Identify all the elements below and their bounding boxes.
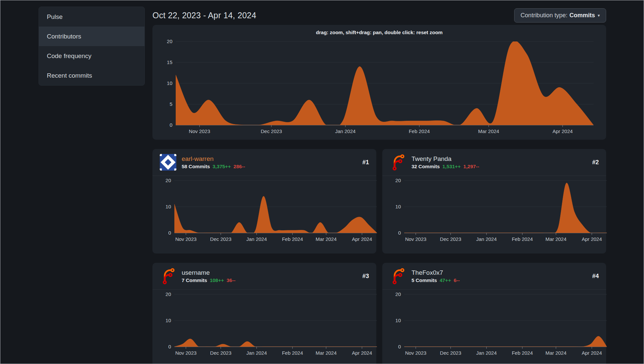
svg-text:Feb 2024: Feb 2024 [512,236,533,242]
contributor-activity-chart[interactable]: 01020Nov 2023Dec 2023Jan 2024Feb 2024Mar… [158,291,382,357]
svg-text:Dec 2023: Dec 2023 [210,236,231,242]
svg-text:Jan 2024: Jan 2024 [246,350,267,356]
avatar [160,154,176,171]
card-header: earl-warren 58 Commits 3,375++ 286-- #1 [152,149,376,176]
commit-count: 58 Commits [182,164,210,169]
svg-text:10: 10 [395,204,401,209]
date-range-title: Oct 22, 2023 - Apr 14, 2024 [152,11,256,20]
svg-text:Feb 2024: Feb 2024 [409,128,430,134]
caret-down-icon: ▾ [598,13,600,18]
contributor-stats: 7 Commits 108++ 36-- [182,277,235,283]
sidebar-item-recent-commits[interactable]: Recent commits [39,66,144,85]
rank-badge: #3 [362,273,369,280]
svg-text:0: 0 [398,230,401,236]
sidebar-item-label: Pulse [47,13,63,21]
svg-text:Feb 2024: Feb 2024 [282,236,303,242]
contribution-type-dropdown[interactable]: Contribution type: Commits ▾ [514,8,606,23]
contributor-activity-chart[interactable]: 01020Nov 2023Dec 2023Jan 2024Feb 2024Mar… [388,291,612,357]
sidebar-item-label: Code frequency [47,52,91,60]
contributor-card-thefox0x7: TheFox0x7 5 Commits 47++ 6-- #4 01020Nov… [382,263,606,364]
svg-text:Feb 2024: Feb 2024 [512,350,533,356]
svg-text:Jan 2024: Jan 2024 [476,236,497,242]
contributor-name-link[interactable]: Twenty Panda [412,155,479,163]
rank-badge: #2 [592,159,599,166]
contributor-card-earl-warren: earl-warren 58 Commits 3,375++ 286-- #1 … [152,149,376,254]
svg-text:0: 0 [168,344,171,349]
svg-text:10: 10 [167,80,172,86]
svg-text:Nov 2023: Nov 2023 [405,236,426,242]
sidebar-item-label: Recent commits [47,72,92,79]
deletions-count: 6-- [454,277,460,283]
svg-text:15: 15 [167,59,172,65]
contributor-activity-chart[interactable]: 01020Nov 2023Dec 2023Jan 2024Feb 2024Mar… [158,177,382,244]
sidebar-item-contributors[interactable]: Contributors [39,27,144,46]
svg-text:0: 0 [168,230,171,236]
svg-text:Mar 2024: Mar 2024 [478,128,499,134]
svg-text:10: 10 [395,318,401,323]
card-header: username 7 Commits 108++ 36-- #3 [152,263,376,290]
svg-text:Mar 2024: Mar 2024 [545,350,566,356]
commit-count: 32 Commits [412,164,440,169]
svg-text:Nov 2023: Nov 2023 [405,350,426,356]
contributor-stats: 58 Commits 3,375++ 286-- [182,164,245,169]
card-header: TheFox0x7 5 Commits 47++ 6-- #4 [382,263,606,290]
rank-badge: #4 [592,273,599,280]
avatar [390,154,406,171]
chart-zoom-hint: drag: zoom, shift+drag: pan, double clic… [160,30,599,38]
svg-text:Jan 2024: Jan 2024 [246,236,267,242]
svg-text:Nov 2023: Nov 2023 [175,236,197,242]
svg-text:Jan 2024: Jan 2024 [476,350,497,356]
svg-text:20: 20 [395,291,401,297]
commit-count: 5 Commits [412,277,437,283]
contributor-name-link[interactable]: username [182,269,235,276]
card-header: Twenty Panda 32 Commits 1,531++ 1,297-- … [382,149,606,176]
additions-count: 1,531++ [442,164,461,169]
svg-text:Dec 2023: Dec 2023 [210,350,231,356]
svg-text:Apr 2024: Apr 2024 [552,128,573,134]
contribution-type-value: Commits [569,12,595,19]
deletions-count: 286-- [233,164,245,169]
svg-text:Dec 2023: Dec 2023 [440,350,461,356]
svg-text:Feb 2024: Feb 2024 [282,350,303,356]
svg-text:0: 0 [398,344,401,349]
contributors-header: Oct 22, 2023 - Apr 14, 2024 Contribution… [152,8,606,23]
contribution-type-label: Contribution type: [520,12,567,19]
svg-text:Jan 2024: Jan 2024 [335,128,356,134]
deletions-count: 36-- [227,277,235,283]
sidebar-item-label: Contributors [47,33,81,40]
additions-count: 3,375++ [213,164,231,169]
svg-text:Apr 2024: Apr 2024 [352,350,372,356]
sidebar-item-code-frequency[interactable]: Code frequency [39,46,144,66]
svg-text:Apr 2024: Apr 2024 [582,350,602,356]
svg-text:10: 10 [165,204,171,209]
avatar [390,268,406,284]
rank-badge: #1 [362,159,369,166]
contributor-name-link[interactable]: earl-warren [182,155,245,163]
deletions-count: 1,297-- [463,164,479,169]
activity-chart-panel: drag: zoom, shift+drag: pan, double clic… [152,25,606,140]
svg-text:10: 10 [165,318,171,323]
svg-text:0: 0 [170,122,172,128]
svg-text:20: 20 [395,178,401,183]
svg-text:20: 20 [165,178,171,183]
svg-text:Mar 2024: Mar 2024 [316,236,336,242]
svg-text:Mar 2024: Mar 2024 [316,350,336,356]
avatar [160,268,176,284]
contributor-activity-chart[interactable]: 01020Nov 2023Dec 2023Jan 2024Feb 2024Mar… [388,177,612,244]
contributors-main: Oct 22, 2023 - Apr 14, 2024 Contribution… [152,0,606,364]
contributor-stats: 5 Commits 47++ 6-- [412,277,460,283]
contributor-cards-grid: earl-warren 58 Commits 3,375++ 286-- #1 … [152,149,606,364]
contributor-name-link[interactable]: TheFox0x7 [412,269,460,276]
svg-text:20: 20 [165,291,171,297]
additions-count: 47++ [440,277,451,283]
svg-text:Apr 2024: Apr 2024 [582,236,602,242]
svg-text:20: 20 [167,38,172,44]
sidebar-item-pulse[interactable]: Pulse [39,7,144,27]
svg-text:Apr 2024: Apr 2024 [352,236,372,242]
contributor-stats: 32 Commits 1,531++ 1,297-- [412,164,479,169]
svg-text:Nov 2023: Nov 2023 [175,350,197,356]
main-activity-chart[interactable]: 05101520Nov 2023Dec 2023Jan 2024Feb 2024… [160,38,599,136]
svg-text:5: 5 [170,101,172,107]
svg-text:Dec 2023: Dec 2023 [261,128,282,134]
contributor-card-twenty-panda: Twenty Panda 32 Commits 1,531++ 1,297-- … [382,149,606,254]
